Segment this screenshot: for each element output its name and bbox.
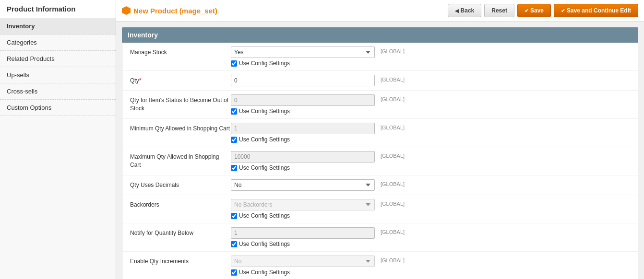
backorders-select[interactable]: No Backorders Allow Qty Below 0 Allow Qt… (231, 199, 375, 210)
qty-required: * (139, 77, 142, 84)
qty-global: [GLOBAL] (381, 75, 405, 82)
content-area: Inventory Manage Stock Yes No Use Config… (116, 22, 644, 279)
sidebar-item-categories[interactable]: Categories (0, 35, 116, 51)
min-qty-row: Minimum Qty Allowed in Shopping Cart Use… (122, 119, 638, 147)
qty-out-of-stock-row: Qty for Item's Status to Become Out of S… (122, 91, 638, 119)
backorders-input: No Backorders Allow Qty Below 0 Allow Qt… (231, 199, 375, 219)
enable-qty-increments-config-checkbox[interactable] (231, 269, 237, 276)
notify-qty-use-config: Use Config Settings (231, 241, 375, 247)
enable-qty-increments-label: Enable Qty Increments (130, 256, 231, 266)
enable-qty-increments-global: [GLOBAL] (381, 256, 405, 263)
reset-button[interactable]: Reset (484, 4, 514, 17)
sidebar-item-up-sells[interactable]: Up-sells (0, 67, 116, 83)
qty-decimals-label: Qty Uses Decimals (130, 179, 231, 189)
notify-qty-config-checkbox[interactable] (231, 241, 237, 247)
notify-qty-field[interactable] (231, 227, 375, 239)
inventory-section-header: Inventory (122, 27, 638, 43)
qty-field[interactable] (231, 75, 375, 86)
sidebar-title: Product Information (0, 0, 116, 18)
qty-decimals-select[interactable]: No Yes (231, 179, 375, 191)
max-qty-use-config: Use Config Settings (231, 164, 375, 171)
sidebar-item-inventory[interactable]: Inventory (0, 18, 116, 35)
manage-stock-select[interactable]: Yes No (231, 46, 375, 58)
sidebar-item-cross-sells[interactable]: Cross-sells (0, 83, 116, 100)
qty-label: Qty* (130, 75, 231, 85)
manage-stock-config-checkbox[interactable] (231, 60, 237, 67)
backorders-global: [GLOBAL] (381, 199, 405, 207)
manage-stock-use-config: Use Config Settings (231, 60, 375, 67)
max-qty-config-checkbox[interactable] (231, 165, 237, 171)
qty-out-of-stock-use-config: Use Config Settings (231, 108, 375, 115)
backorders-label: Backorders (130, 199, 231, 209)
manage-stock-global: [GLOBAL] (381, 46, 405, 54)
main-content: New Product (mage_set) Back Reset Save S… (116, 0, 644, 279)
backorders-use-config: Use Config Settings (231, 212, 375, 219)
min-qty-config-checkbox[interactable] (231, 137, 237, 143)
enable-qty-increments-select[interactable]: No Yes (231, 256, 375, 267)
sidebar-item-custom-options[interactable]: Custom Options (0, 100, 116, 116)
topbar: New Product (mage_set) Back Reset Save S… (116, 0, 644, 22)
product-icon (122, 6, 131, 15)
qty-out-of-stock-input: Use Config Settings (231, 94, 375, 115)
enable-qty-increments-use-config: Use Config Settings (231, 269, 375, 276)
min-qty-field[interactable] (231, 123, 375, 134)
notify-qty-global: [GLOBAL] (381, 227, 405, 235)
qty-input (231, 75, 375, 86)
notify-qty-row: Notify for Quantity Below Use Config Set… (122, 223, 638, 252)
back-button[interactable]: Back (448, 4, 482, 17)
enable-qty-increments-input: No Yes Use Config Settings (231, 256, 375, 276)
manage-stock-row: Manage Stock Yes No Use Config Settings … (122, 43, 638, 71)
min-qty-label: Minimum Qty Allowed in Shopping Cart (130, 123, 231, 133)
inventory-form: Manage Stock Yes No Use Config Settings … (122, 43, 638, 279)
enable-qty-increments-row: Enable Qty Increments No Yes Use Config … (122, 252, 638, 279)
save-check-icon (525, 7, 528, 14)
qty-row: Qty* [GLOBAL] (122, 71, 638, 91)
sidebar: Product Information Inventory Categories… (0, 0, 116, 279)
min-qty-input: Use Config Settings (231, 123, 375, 143)
notify-qty-label: Notify for Quantity Below (130, 227, 231, 237)
qty-decimals-row: Qty Uses Decimals No Yes [GLOBAL] (122, 175, 638, 195)
backorders-row: Backorders No Backorders Allow Qty Below… (122, 195, 638, 223)
manage-stock-label: Manage Stock (130, 46, 231, 57)
max-qty-input: Use Config Settings (231, 151, 375, 171)
back-arrow-icon (455, 7, 459, 14)
qty-out-of-stock-global: [GLOBAL] (381, 94, 405, 102)
backorders-config-checkbox[interactable] (231, 213, 237, 219)
topbar-buttons: Back Reset Save Save and Continue Edit (448, 4, 638, 17)
qty-out-of-stock-config-checkbox[interactable] (231, 108, 237, 115)
save-continue-check-icon (561, 7, 565, 14)
min-qty-global: [GLOBAL] (381, 123, 405, 130)
manage-stock-input: Yes No Use Config Settings (231, 46, 375, 67)
qty-decimals-global: [GLOBAL] (381, 179, 405, 187)
max-qty-label: Maximum Qty Allowed in Shopping Cart (130, 151, 231, 169)
qty-out-of-stock-label: Qty for Item's Status to Become Out of S… (130, 94, 231, 113)
min-qty-use-config: Use Config Settings (231, 136, 375, 143)
qty-decimals-input: No Yes (231, 179, 375, 191)
max-qty-field[interactable] (231, 151, 375, 163)
save-button[interactable]: Save (517, 4, 551, 17)
product-title: New Product (mage_set) (122, 6, 217, 15)
notify-qty-input: Use Config Settings (231, 227, 375, 247)
max-qty-global: [GLOBAL] (381, 151, 405, 159)
save-continue-button[interactable]: Save and Continue Edit (554, 4, 638, 17)
qty-out-of-stock-field[interactable] (231, 94, 375, 106)
max-qty-row: Maximum Qty Allowed in Shopping Cart Use… (122, 147, 638, 175)
sidebar-item-related-products[interactable]: Related Products (0, 51, 116, 67)
